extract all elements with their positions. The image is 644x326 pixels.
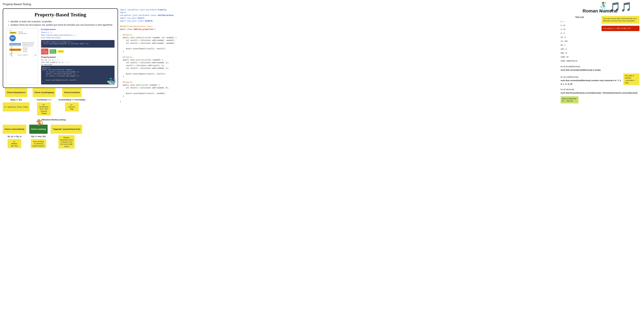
roman-title: Roman Numeral	[560, 8, 640, 14]
sticky-invariants-example: ex : Reverse, Map	[65, 102, 79, 112]
property-based-title: Property-based	[41, 56, 114, 58]
roman-property-1: for all (invalidDecimal) such that conve…	[560, 65, 640, 72]
sticky-upgrade-example: Replace hardcoded values or discover new…	[58, 135, 74, 148]
class-closing: }	[120, 100, 180, 103]
property-code-box: @Property public void associative(int ra…	[41, 66, 114, 84]
sticky-row-1: Check idempotence f(f(x)) == f(x) ex : U…	[3, 88, 117, 116]
group-invariants: Check invariants invariant(f(x)) == inva…	[58, 88, 85, 112]
formula-invariants: invariant(f(x)) == invariant(x)	[58, 98, 85, 101]
import-4: import org.junit.runner.RunWith;	[120, 20, 180, 22]
roman-list-title: Test List	[560, 16, 598, 18]
sticky-invariants-header: Check invariants	[62, 88, 82, 97]
sticky-roundtripping-example: ex : Serialization, PUT / GET, Reverse, …	[37, 102, 51, 116]
whale-icon: 🐳	[107, 77, 116, 86]
note-identify: Peut aider à identifier : cas limites = …	[623, 74, 640, 85]
axis-x-high: High	[34, 54, 37, 56]
page-title: Property-Based Testing	[3, 3, 31, 6]
slide-bullet-1: Identifier et tester des invariants / pr…	[10, 20, 114, 23]
sticky-rewriting-header: Check rewriting	[29, 125, 48, 134]
roman-property-2: for all (validDecimal) such that convert…	[560, 75, 621, 86]
sticky-notes-area: Check idempotence f(f(x)) == f(x) ex : U…	[3, 88, 117, 152]
random-monkey-label: Random Monkey testing	[39, 118, 70, 121]
formula-rewriting: f(x) == new_f(x)	[31, 135, 46, 138]
import-3: import org.junit.Assert;	[120, 17, 180, 20]
roman-list-section: Test List 1 - I 3 - III 4 - IV 5 - V 10 …	[560, 16, 598, 63]
monkey-row: 🐒 Random Monkey testing	[3, 118, 117, 125]
badge-fail: On nevalide pasle résultat	[41, 48, 48, 54]
axis-x-label: Feature compliance	[18, 54, 28, 56]
roman-right: The code must be able to take decimals u…	[602, 16, 640, 63]
axis-bottom-label: Partial	[10, 52, 37, 54]
formula-commutativity: f(x, y) == f(y, x)	[8, 135, 22, 138]
method-commutative: @Property public void commutative(int ra…	[120, 34, 180, 53]
code-snippet-top: void when_I_add_2_to_2_I_expect_4() { As…	[41, 40, 114, 48]
annotation-runwith: @RunWith(JUnitQuickcheck.class)	[120, 25, 180, 28]
sticky-rewriting-example: when rewriting or optimizing implementat…	[31, 139, 46, 148]
group-rewriting: Check rewriting f(x) == new_f(x) when re…	[29, 125, 48, 148]
slide-panel: Property-Based Testing Identifier et tes…	[3, 8, 118, 88]
group-commutativity: Check commutativity f(x, y) == f(y, x) e…	[3, 125, 26, 148]
slide-bullets: Identifier et tester des invariants / pr…	[6, 20, 114, 26]
example-based-title: Example-based	[41, 28, 114, 30]
note-refactoring: Aide au refactoring : f(x → new_f(x)	[560, 96, 578, 104]
slide-bullet-2: Quelque chose qui sera toujours vrai, qu…	[10, 24, 114, 26]
chart-random: Random	[10, 32, 17, 34]
note-yellow-roman: The code must be able to take decimals u…	[602, 16, 640, 24]
roman-property-3: for all (decimal) such that RomanNumeral…	[560, 88, 640, 95]
property-code: for all (x, y, ...) such that property (…	[41, 59, 114, 66]
example-given: Given (x, y, ...) When I [call the subje…	[41, 31, 114, 39]
roman-panel: Roman Numeral Test List 1 - I 3 - III 4 …	[560, 8, 640, 104]
axis-top-label: Full	[10, 30, 37, 31]
pbt-badge: PBT	[10, 35, 16, 42]
chart-static: Static analysis	[10, 43, 21, 46]
group-upgrade: "Upgrade" parametrized tests Replace har…	[51, 125, 82, 148]
axis-y-label: Input scope covered	[11, 46, 12, 57]
sticky-idempotence-header: Check idempotence	[5, 88, 27, 97]
note-red-roman: Si on passe 0, -1, 4000, 10 000, -28 ?	[602, 26, 640, 31]
import-2: import com.pholser.junit.quickcheck.runn…	[120, 11, 180, 17]
formula-idempotence: f(f(x)) == f(x)	[10, 98, 22, 101]
group-idempotence: Check idempotence f(f(x)) == f(x) ex : U…	[3, 88, 30, 112]
sticky-commutativity-header: Check commutativity	[3, 125, 26, 134]
group-roundtripping: Check roundtripping from(to(x)) == x ex …	[32, 88, 56, 116]
badge-pass: Mais lepropriété	[50, 49, 56, 54]
formula-roundtripping: from(to(x)) == x	[37, 98, 51, 101]
badge-formula: x+y=y+x	[58, 50, 64, 53]
slide-title: Property-Based Testing	[6, 12, 114, 18]
import-1: import com.pholser.junit.quickcheck.Prop…	[120, 8, 180, 11]
method-associative: @Property public void associative(int ra…	[120, 56, 180, 78]
class-decl: public class Addition_properties {	[120, 28, 180, 31]
sticky-roundtripping-header: Check roundtripping	[32, 88, 56, 97]
sticky-row-2: Check commutativity f(x, y) == f(y, x) e…	[3, 125, 117, 148]
code-panel: import com.pholser.junit.quickcheck.Prop…	[120, 8, 180, 103]
sticky-upgrade-header: "Upgrade" parametrized tests	[51, 125, 82, 134]
sticky-idempotence-example: ex : UpperCase, Create / Delete	[3, 102, 30, 112]
method-identity: @Property public void identity(int rando…	[120, 81, 180, 98]
roman-list: 1 - I 3 - III 4 - IV 5 - V 10 - X 13 - X…	[560, 20, 598, 63]
sticky-commutativity-example: ex : Addition, Min, Max	[8, 139, 21, 148]
